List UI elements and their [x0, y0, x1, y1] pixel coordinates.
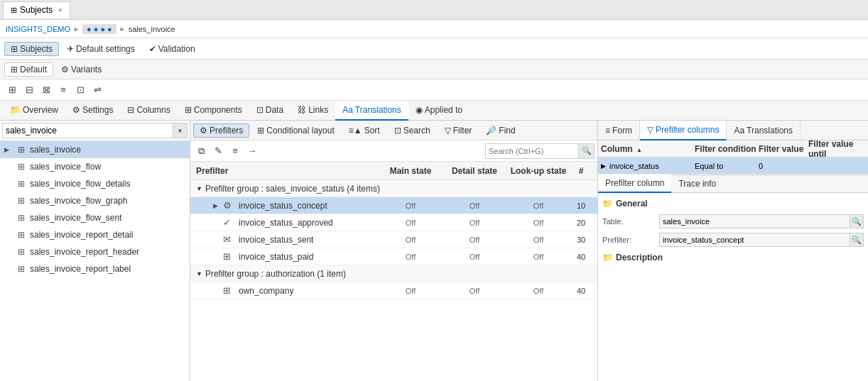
tab-overview[interactable]: 📁 Overview [3, 101, 65, 121]
toolbar3: ⊞ ⊟ ⊠ ≡ ⊡ ⇌ [0, 79, 868, 101]
center-search-input[interactable] [486, 145, 578, 157]
subjects-icon: ⊞ [11, 44, 18, 54]
tab-applied-to[interactable]: ◉ Applied to [408, 101, 470, 121]
row-detail-state: Off [443, 236, 506, 244]
sidebar-item[interactable]: ⊞ sales_invoice_report_header [0, 243, 190, 260]
columns-label: Columns [136, 105, 170, 115]
center-list-button[interactable]: ≡ [227, 143, 243, 159]
share-button[interactable]: ⇌ [89, 82, 105, 98]
data-label: Data [266, 105, 283, 115]
right-subtab-prefilter-column[interactable]: Prefilter column [598, 175, 671, 193]
center-table-header: Prefilter Main state Detail state Look-u… [190, 162, 597, 180]
tab-components[interactable]: ⊞ Components [178, 101, 249, 121]
find-icon: 🔎 [486, 126, 497, 136]
table-view-button[interactable]: ⊟ [21, 82, 37, 98]
filter-label: Filter [453, 126, 472, 136]
table-row[interactable]: ⊞ own_company Off Off Off 40 [190, 282, 597, 299]
table-field-value: sales_invoice [659, 214, 850, 228]
main-layout: × ▶ ⊞ sales_invoice ⊞ sales_invoice_flow… [0, 121, 868, 381]
row-prefilter-label: invoice_status_sent [239, 235, 379, 245]
tab-links[interactable]: ⛓ Links [291, 101, 335, 121]
sidebar-item[interactable]: ⊞ sales_invoice_report_label [0, 260, 190, 277]
subjects-tab-icon: ⊞ [11, 6, 17, 15]
sidebar-search-clear[interactable]: × [173, 123, 188, 138]
default-tab[interactable]: ⊞ Default [4, 62, 53, 77]
sort-button[interactable]: ≡▲ Sort [342, 123, 386, 138]
table-row[interactable]: ▶ ⚙ invoice_status_concept Off Off Off 1… [190, 197, 597, 214]
prefilter-field-value: invoice_status_concept [659, 233, 850, 247]
center-arrow-button[interactable]: → [244, 143, 260, 159]
table-field-row: Table: sales_invoice 🔍 [602, 214, 864, 228]
grid-view-button[interactable]: ⊠ [38, 82, 54, 98]
prefilter-col-label: Prefilter columns [656, 125, 719, 135]
tab-translations[interactable]: Aa Translations [335, 101, 408, 121]
sidebar-item[interactable]: ⊞ sales_invoice_report_detail [0, 226, 190, 243]
columns-icon: ⊟ [127, 105, 134, 115]
search-button[interactable]: ⊡ Search [388, 123, 437, 138]
right-translations-icon: Aa [734, 126, 744, 136]
right-subtab-trace-info[interactable]: Trace info [671, 175, 723, 193]
center-panel: ⚙ Prefilters ⊞ Conditional layout ≡▲ Sor… [190, 121, 598, 381]
sidebar-search-input[interactable] [2, 123, 173, 138]
subjects-tab-close[interactable]: × [58, 6, 63, 14]
prefilters-button[interactable]: ⚙ Prefilters [193, 123, 249, 138]
sidebar-item[interactable]: ⊞ sales_invoice_flow_details [0, 175, 190, 192]
table-field-search-btn[interactable]: 🔍 [850, 214, 864, 228]
find-button[interactable]: 🔎 Find [479, 123, 521, 138]
right-col-filter-val-until-header: Filter value until [808, 139, 865, 159]
group-label: Prefilter group : authorization (1 item) [205, 269, 346, 279]
tab-bar: ⊞ Subjects × [0, 0, 868, 20]
row-lookup-state: Off [506, 236, 570, 244]
table-row[interactable]: ⊞ invoice_status_paid Off Off Off 40 [190, 248, 597, 265]
table-field-input-group: sales_invoice 🔍 [659, 214, 864, 228]
sidebar-item-label: sales_invoice_report_label [30, 264, 131, 274]
sidebar-item[interactable]: ⊞ sales_invoice_flow_graph [0, 192, 190, 209]
tab-columns[interactable]: ⊟ Columns [120, 101, 177, 121]
right-col-filter-val-header: Filter value [759, 144, 808, 154]
center-edit-button[interactable]: ✎ [210, 143, 226, 159]
variants-tab[interactable]: ⚙ Variants [55, 62, 108, 77]
table-row[interactable]: ✓ invoice_status_approved Off Off Off 20 [190, 214, 597, 231]
tab-settings[interactable]: ⚙ Settings [65, 101, 120, 121]
col-detail-state-header: Detail state [443, 166, 506, 176]
subjects-button[interactable]: ⊞ Subjects [4, 42, 59, 56]
row-prefilter-label: invoice_status_concept [239, 201, 379, 211]
list-view-button[interactable]: ≡ [55, 82, 71, 98]
sidebar-item-icon: ⊞ [16, 196, 27, 206]
filter-button[interactable]: ▽ Filter [438, 123, 479, 138]
conditional-layout-button[interactable]: ⊞ Conditional layout [251, 123, 340, 138]
detail-view-button[interactable]: ⊡ [72, 82, 88, 98]
add-subject-button[interactable]: ⊞ [4, 82, 20, 98]
sidebar-item[interactable]: ▶ ⊞ sales_invoice [0, 141, 190, 158]
subjects-tab[interactable]: ⊞ Subjects × [3, 1, 70, 18]
row-prefilter-label: own_company [239, 286, 379, 296]
row-detail-state: Off [443, 287, 506, 295]
sidebar-item-icon: ⊞ [16, 247, 27, 257]
row-lookup-state: Off [506, 201, 570, 210]
right-tab-prefilter-columns[interactable]: ▽ Prefilter columns [640, 121, 727, 140]
breadcrumb-root[interactable]: INSIGHTS_DEMO [6, 25, 70, 33]
sidebar-item[interactable]: ⊞ sales_invoice_flow [0, 158, 190, 175]
components-icon: ⊞ [185, 105, 192, 115]
prefilter-field-search-btn[interactable]: 🔍 [850, 233, 864, 247]
center-search-submit[interactable]: 🔍 [578, 144, 594, 158]
center-icons-row: ⧉ ✎ ≡ → 🔍 [190, 140, 597, 162]
validation-button[interactable]: ✔ Validation [143, 42, 202, 56]
sidebar-list: ▶ ⊞ sales_invoice ⊞ sales_invoice_flow ⊞… [0, 141, 190, 381]
default-settings-button[interactable]: ✈ Default settings [60, 42, 141, 56]
right-tab-form[interactable]: ≡ Form [598, 121, 640, 140]
sort-asc-icon: ▲ [636, 147, 642, 153]
right-table-row[interactable]: ▶ invoice_status Equal to 0 [598, 158, 868, 175]
group-header[interactable]: ▼Prefilter group : authorization (1 item… [190, 265, 597, 282]
general-section-icon: 📁 [602, 199, 613, 209]
center-copy-button[interactable]: ⧉ [193, 143, 209, 159]
table-row[interactable]: ✉ invoice_status_sent Off Off Off 30 [190, 231, 597, 248]
table-field-label: Table: [602, 217, 659, 226]
right-bottom: 📁 General Table: sales_invoice 🔍 Prefilt… [598, 193, 868, 381]
sidebar-item[interactable]: ⊞ sales_invoice_flow_sent [0, 209, 190, 226]
sidebar-item-icon: ⊞ [16, 230, 27, 240]
right-tab-translations[interactable]: Aa Translations [727, 121, 801, 140]
group-header[interactable]: ▼Prefilter group : sales_invoice_status … [190, 180, 597, 197]
tab-data[interactable]: ⊡ Data [249, 101, 291, 121]
row-num: 40 [570, 253, 592, 261]
